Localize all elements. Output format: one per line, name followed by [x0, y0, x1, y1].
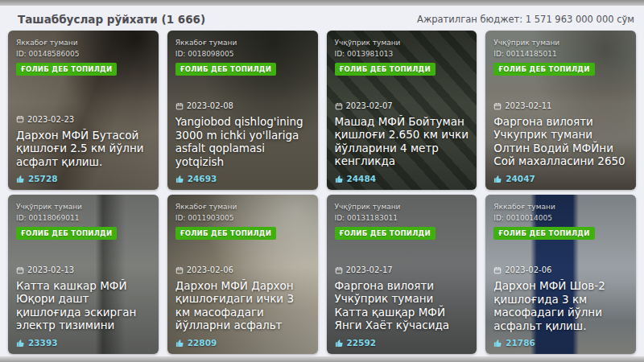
calendar-icon: [493, 102, 502, 110]
winner-status-badge: ҒОЛИБ ДЕБ ТОПИЛДИ: [335, 63, 436, 76]
card-date-row: 2023-02-11: [493, 101, 551, 110]
card-date: 2023-02-06: [187, 265, 233, 274]
vote-count: 21786: [506, 338, 535, 348]
thumbs-up-icon: [16, 175, 25, 183]
initiative-card[interactable]: Учқўприк тумани ID: 0013981013 ҒОЛИБ ДЕБ…: [327, 31, 477, 190]
calendar-icon: [175, 102, 184, 110]
card-date-row: 2023-02-08: [175, 101, 233, 110]
card-date: 2023-02-08: [187, 101, 233, 110]
card-votes-row[interactable]: 25728: [16, 174, 58, 183]
card-votes-row[interactable]: 24484: [335, 174, 377, 183]
calendar-icon: [16, 266, 24, 274]
thumbs-up-icon: [335, 339, 344, 348]
card-id: ID: 0011903005: [175, 214, 234, 224]
winner-status-badge: ҒОЛИБ ДЕБ ТОПИЛДИ: [335, 227, 436, 240]
card-date: 2023-02-17: [346, 265, 393, 274]
card-region: Учқўприк тумани: [493, 39, 559, 48]
vote-count: 24484: [347, 174, 377, 183]
card-date: 2023-02-06: [505, 265, 551, 274]
initiative-card[interactable]: Учқўприк тумани ID: 00131183011 ҒОЛИБ ДЕ…: [327, 195, 477, 354]
calendar-icon: [16, 115, 24, 123]
card-date-row: 2023-02-07: [335, 101, 393, 110]
page-header: Ташаббуслар рўйхати (1 666) Ажратилган б…: [0, 6, 644, 31]
initiative-card[interactable]: Яккабоғ тумани ID: 0010014005 ҒОЛИБ ДЕБ …: [485, 195, 636, 354]
card-date: 2023-02-11: [505, 101, 551, 110]
card-title: Дархон МФЙ Бутасой қишлоғи 2.5 км йўлни …: [16, 129, 151, 168]
calendar-icon: [493, 266, 502, 274]
thumbs-up-icon: [175, 175, 184, 183]
card-votes-row[interactable]: 21786: [493, 338, 535, 348]
initiative-card[interactable]: Яккабоғ тумани ID: 0011903005 ҒОЛИБ ДЕБ …: [167, 195, 318, 354]
window-top-bar: [0, 0, 644, 6]
card-date: 2023-02-23: [27, 115, 74, 124]
card-votes-row[interactable]: 22809: [175, 338, 217, 348]
card-date: 2023-02-07: [346, 101, 393, 110]
winner-status-badge: ҒОЛИБ ДЕБ ТОПИЛДИ: [493, 227, 594, 240]
winner-status-badge: ҒОЛИБ ДЕБ ТОПИЛДИ: [493, 63, 594, 76]
vote-count: 22592: [347, 338, 377, 348]
card-date-row: 2023-02-23: [16, 115, 74, 124]
calendar-icon: [335, 266, 343, 274]
thumbs-up-icon: [493, 339, 502, 348]
card-title: Дархон МФЙ Шов-2 қишлоғида 3 км масофада…: [493, 279, 628, 332]
winner-status-badge: ҒОЛИБ ДЕБ ТОПИЛДИ: [16, 227, 117, 240]
card-title: Катта кашкар МФЙ Юқори дашт қишлоғида эс…: [16, 279, 151, 332]
vote-count: 22809: [188, 338, 217, 348]
initiative-card[interactable]: Яккабоғ тумани ID: 00148586005 ҒОЛИБ ДЕБ…: [8, 31, 159, 190]
initiatives-grid: Яккабоғ тумани ID: 00148586005 ҒОЛИБ ДЕБ…: [8, 31, 636, 354]
winner-status-badge: ҒОЛИБ ДЕБ ТОПИЛДИ: [175, 227, 276, 240]
page-title: Ташаббуслар рўйхати (1 666): [18, 13, 205, 26]
card-id: ID: 00148586005: [16, 50, 79, 60]
card-region: Яккабоғ тумани: [175, 203, 237, 212]
card-region: Учқўприк тумани: [16, 203, 82, 212]
vote-count: 24693: [188, 174, 217, 183]
card-region: Яккабоғ тумани: [493, 203, 555, 212]
card-date-row: 2023-02-17: [335, 265, 393, 274]
card-id: ID: 00118069011: [16, 214, 79, 224]
allocated-budget-label: Ажратилган бюджет: 1 571 963 000 000 сўм: [417, 14, 634, 25]
card-id: ID: 0018098005: [175, 50, 234, 60]
card-title: Yangiobod qishlog'ining 3000 m ichki yo'…: [175, 115, 310, 168]
card-id: ID: 00114185011: [493, 50, 556, 60]
initiative-card[interactable]: Яккабоғ тумани ID: 0018098005 ҒОЛИБ ДЕБ …: [167, 31, 318, 190]
winner-status-badge: ҒОЛИБ ДЕБ ТОПИЛДИ: [16, 63, 117, 76]
thumbs-up-icon: [175, 339, 184, 348]
card-votes-row[interactable]: 24047: [493, 174, 535, 183]
thumbs-up-icon: [493, 175, 502, 183]
card-votes-row[interactable]: 23393: [16, 338, 58, 348]
card-votes-row[interactable]: 24693: [175, 174, 217, 183]
card-region: Учқўприк тумани: [335, 203, 401, 212]
card-region: Учқўприк тумани: [335, 39, 401, 48]
card-date-row: 2023-02-13: [16, 265, 74, 274]
card-date: 2023-02-13: [27, 265, 74, 274]
calendar-icon: [175, 266, 184, 274]
card-id: ID: 0013981013: [335, 50, 394, 60]
card-title: Фаргона вилояти Учкуприк тумани Олтин Во…: [493, 115, 628, 168]
card-title: Дархон МФЙ Дархон қишлоғидаги ички 3 км …: [175, 279, 310, 332]
vote-count: 24047: [506, 174, 535, 183]
thumbs-up-icon: [16, 339, 25, 348]
card-id: ID: 0010014005: [493, 214, 552, 224]
vote-count: 25728: [28, 174, 58, 183]
card-title: Фаргона вилояти Учкўприк тумани Катта қа…: [335, 279, 469, 332]
calendar-icon: [335, 102, 343, 110]
thumbs-up-icon: [335, 175, 344, 183]
vote-count: 23393: [28, 338, 58, 348]
card-id: ID: 00131183011: [335, 214, 398, 224]
winner-status-badge: ҒОЛИБ ДЕБ ТОПИЛДИ: [175, 63, 276, 76]
initiative-card[interactable]: Учқўприк тумани ID: 00114185011 ҒОЛИБ ДЕ…: [485, 31, 636, 190]
initiative-card[interactable]: Учқўприк тумани ID: 00118069011 ҒОЛИБ ДЕ…: [8, 195, 159, 354]
card-title: Машад МФЙ Бойтуман қишлоғи 2.650 км ички…: [335, 115, 469, 168]
card-date-row: 2023-02-06: [175, 265, 233, 274]
card-region: Яккабоғ тумани: [16, 39, 77, 48]
card-date-row: 2023-02-06: [493, 265, 551, 274]
card-votes-row[interactable]: 22592: [335, 338, 377, 348]
window-bottom-bar: [0, 356, 644, 362]
card-region: Яккабоғ тумани: [175, 39, 237, 48]
